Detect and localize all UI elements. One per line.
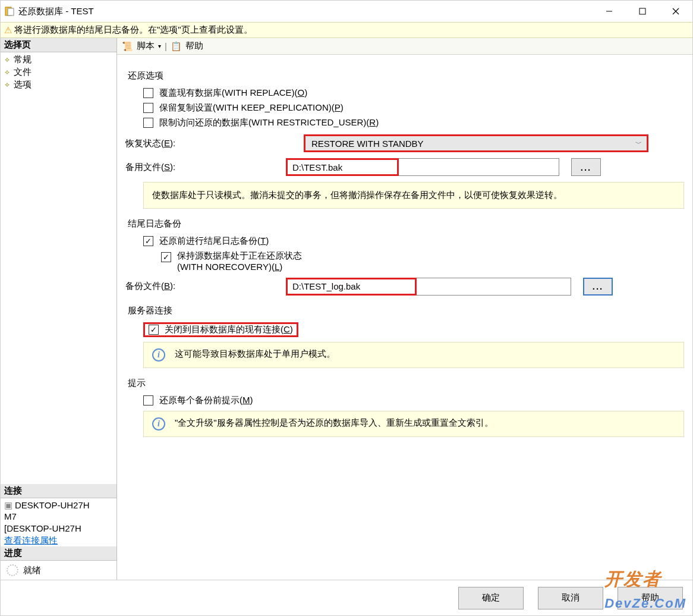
recovery-state-label: 恢复状态(E): <box>125 138 304 149</box>
keep-replication-label: 保留复制设置(WITH KEEP_REPLICATION)(P) <box>159 102 344 114</box>
help-button[interactable]: 帮助 <box>618 587 683 609</box>
standby-file-label: 备用文件(S): <box>125 162 286 173</box>
sidebar-item-files[interactable]: ✧文件 <box>1 66 116 78</box>
maximize-button[interactable] <box>626 1 659 22</box>
standby-info-box: 使数据库处于只读模式。撤消未提交的事务，但将撤消操作保存在备用文件中，以便可使恢… <box>143 182 684 209</box>
connection-server: ▣DESKTOP-UH27H M7 [DESKTOP-UH27H <box>1 498 116 536</box>
close-connections-checkbox[interactable] <box>149 325 159 335</box>
page-icon: ✧ <box>3 56 11 64</box>
close-connections-label: 关闭到目标数据库的现有连接(C) <box>165 324 293 335</box>
page-icon: ✧ <box>3 68 11 77</box>
sidebar-list: ✧常规 ✧文件 ✧选项 <box>1 52 116 484</box>
help-icon: 📋 <box>171 41 182 52</box>
standby-file-input[interactable]: D:\TEST.bak <box>286 158 399 176</box>
toolbar: 📜 脚本 ▾ | 📋 帮助 <box>117 38 692 55</box>
page-icon: ✧ <box>3 81 11 89</box>
app-icon <box>4 6 15 17</box>
connection-header: 连接 <box>1 484 116 498</box>
sidebar-item-options[interactable]: ✧选项 <box>1 78 116 91</box>
backup-file-input-ext[interactable] <box>417 278 571 296</box>
progress-header: 进度 <box>1 546 116 561</box>
dropdown-caret-icon[interactable]: ▾ <box>158 43 161 49</box>
svg-rect-3 <box>640 8 645 14</box>
standby-file-input-ext[interactable] <box>399 158 559 176</box>
main: 📜 脚本 ▾ | 📋 帮助 还原选项 覆盖现有数据库(WITH REPLACE)… <box>117 38 692 580</box>
progress-status: 就绪 <box>1 561 116 580</box>
info-icon: i <box>152 348 165 362</box>
restricted-user-checkbox[interactable] <box>143 118 153 128</box>
close-connections-info: i 这可能导致目标数据库处于单用户模式。 <box>143 342 684 368</box>
spinner-icon <box>7 564 18 576</box>
window-title: 还原数据库 - TEST <box>18 6 593 17</box>
body: 选择页 ✧常规 ✧文件 ✧选项 连接 ▣DESKTOP-UH27H M7 [DE… <box>1 38 692 580</box>
cancel-button[interactable]: 取消 <box>538 587 603 609</box>
view-connection-props-link[interactable]: 查看连接属性 <box>1 535 116 546</box>
close-button[interactable] <box>659 1 692 22</box>
backup-file-input[interactable]: D:\TEST_log.bak <box>286 278 417 296</box>
norecovery-checkbox[interactable] <box>161 252 171 262</box>
restricted-user-label: 限制访问还原的数据库(WITH RESTRICTED_USER)(R) <box>159 117 379 128</box>
fulltext-info: i "全文升级"服务器属性控制是否为还原的数据库导入、重新生成或重置全文索引。 <box>143 411 684 437</box>
footer: 确定 取消 帮助 开发者DevZe.CoM <box>1 580 692 615</box>
titlebar: 还原数据库 - TEST <box>1 1 692 22</box>
sidebar-connection: 连接 ▣DESKTOP-UH27H M7 [DESKTOP-UH27H 查看连接… <box>1 484 116 580</box>
overwrite-checkbox[interactable] <box>143 88 153 98</box>
section-tail-log: 结尾日志备份 <box>128 218 684 230</box>
info-icon: i <box>152 417 165 430</box>
server-icon: ▣ <box>4 500 12 510</box>
backup-file-browse-button[interactable]: ... <box>583 278 613 296</box>
script-icon: 📜 <box>122 41 133 52</box>
sidebar-item-general[interactable]: ✧常规 <box>1 54 116 66</box>
recovery-state-dropdown[interactable]: RESTORE WITH STANDBY ﹀ <box>304 134 648 152</box>
prompt-each-label: 还原每个备份前提示(M) <box>159 395 253 406</box>
ok-button[interactable]: 确定 <box>458 587 524 609</box>
section-prompt: 提示 <box>128 378 684 389</box>
content: 还原选项 覆盖现有数据库(WITH REPLACE)(O) 保留复制设置(WIT… <box>117 55 692 580</box>
tail-log-label: 还原前进行结尾日志备份(T) <box>159 235 269 247</box>
script-button[interactable]: 脚本 <box>137 40 155 52</box>
svg-rect-1 <box>8 8 14 15</box>
minimize-button[interactable] <box>593 1 626 22</box>
tail-log-checkbox[interactable] <box>143 236 153 246</box>
sidebar: 选择页 ✧常规 ✧文件 ✧选项 连接 ▣DESKTOP-UH27H M7 [DE… <box>1 38 117 580</box>
backup-file-label: 备份文件(B): <box>125 281 286 292</box>
close-connections-highlight: 关闭到目标数据库的现有连接(C) <box>143 322 298 337</box>
overwrite-label: 覆盖现有数据库(WITH REPLACE)(O) <box>159 87 307 99</box>
help-button[interactable]: 帮助 <box>185 40 203 52</box>
keep-replication-checkbox[interactable] <box>143 103 153 113</box>
section-server-conn: 服务器连接 <box>128 305 684 316</box>
prompt-each-checkbox[interactable] <box>143 395 153 406</box>
chevron-down-icon: ﹀ <box>635 139 642 148</box>
standby-file-browse-button[interactable]: ... <box>571 158 601 176</box>
warning-icon: ⚠ <box>4 25 12 36</box>
window: 还原数据库 - TEST ⚠ 将进行源数据库的结尾日志备份。在"选项"页上查看此… <box>0 0 693 616</box>
warning-bar: ⚠ 将进行源数据库的结尾日志备份。在"选项"页上查看此设置。 <box>1 22 692 38</box>
norecovery-label: 保持源数据库处于正在还原状态 (WITH NORECOVERY)(L) <box>177 250 302 272</box>
sidebar-header: 选择页 <box>1 38 116 52</box>
section-restore-options: 还原选项 <box>128 70 684 81</box>
warning-text: 将进行源数据库的结尾日志备份。在"选项"页上查看此设置。 <box>14 24 253 36</box>
